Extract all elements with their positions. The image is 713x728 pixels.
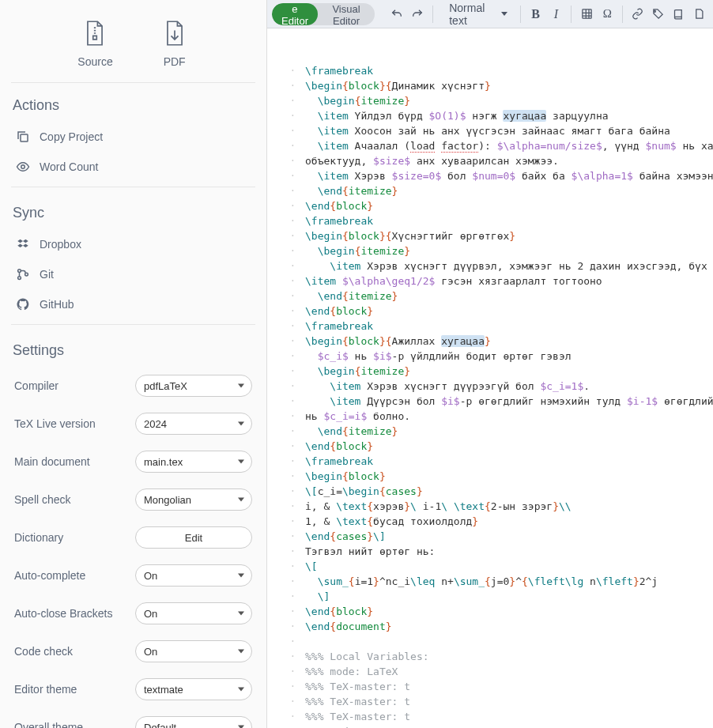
download-pdf-label: PDF xyxy=(160,55,189,68)
dictionary-label: Dictionary xyxy=(14,531,135,544)
codecheck-label: Code check xyxy=(14,645,135,658)
table-icon xyxy=(581,8,593,20)
setting-codecheck: Code check On xyxy=(11,632,255,670)
visual-editor-tab[interactable]: Visual Editor xyxy=(318,3,375,25)
copy-project-button[interactable]: Copy Project xyxy=(11,122,255,152)
file-icon xyxy=(693,8,705,20)
setting-autocomplete: Auto-complete On xyxy=(11,556,255,594)
svg-point-4 xyxy=(25,273,28,276)
more-button[interactable] xyxy=(691,3,708,25)
editor-theme-label: Editor theme xyxy=(14,683,135,696)
sync-dropbox-button[interactable]: Dropbox xyxy=(11,229,255,259)
table-button[interactable] xyxy=(578,3,595,25)
sync-github-label: GitHub xyxy=(40,298,74,311)
sync-header: Sync xyxy=(11,190,255,229)
setting-compiler: Compiler pdfLaTeX xyxy=(11,367,255,405)
toolbar-separator xyxy=(432,6,433,23)
overall-theme-label: Overall theme xyxy=(14,721,135,728)
zip-file-icon xyxy=(81,19,109,47)
setting-main-doc: Main document main.tex xyxy=(11,443,255,481)
download-source-button[interactable]: Source xyxy=(77,19,112,68)
autoclose-select[interactable]: On xyxy=(135,602,252,624)
eye-icon xyxy=(16,160,30,174)
setting-editor-theme: Editor theme textmate xyxy=(11,670,255,708)
redo-button[interactable] xyxy=(409,3,426,25)
autocomplete-label: Auto-complete xyxy=(14,569,135,582)
codecheck-select[interactable]: On xyxy=(135,640,252,662)
svg-point-3 xyxy=(18,277,21,280)
toolbar-separator xyxy=(520,6,521,23)
undo-button[interactable] xyxy=(388,3,406,25)
setting-dictionary: Dictionary Edit xyxy=(11,519,255,556)
left-sidebar: Source PDF Actions Copy Project Word Cou… xyxy=(0,0,267,728)
sync-git-button[interactable]: Git xyxy=(11,259,255,289)
link-icon xyxy=(632,8,643,20)
italic-button[interactable]: I xyxy=(547,3,564,25)
tag-button[interactable] xyxy=(650,3,667,25)
download-row: Source PDF xyxy=(11,0,255,83)
divider xyxy=(11,324,255,325)
setting-autoclose: Auto-close Brackets On xyxy=(11,594,255,632)
editor-theme-select[interactable]: textmate xyxy=(135,678,252,700)
download-pdf-button[interactable]: PDF xyxy=(160,19,189,68)
copy-project-label: Copy Project xyxy=(40,130,103,143)
github-icon xyxy=(16,297,30,311)
sync-dropbox-label: Dropbox xyxy=(40,238,81,251)
code-editor-tab[interactable]: e Editor xyxy=(272,3,318,25)
symbol-button[interactable]: Ω xyxy=(598,3,616,25)
spell-check-label: Spell check xyxy=(14,493,135,506)
tex-live-label: TeX Live version xyxy=(14,417,135,430)
dictionary-edit-button[interactable]: Edit xyxy=(135,526,252,549)
main-doc-label: Main document xyxy=(14,455,135,468)
dropbox-icon xyxy=(16,237,30,251)
tag-icon xyxy=(652,8,664,20)
actions-header: Actions xyxy=(11,83,255,122)
editor-toolbar: e Editor Visual Editor Normal text B I Ω xyxy=(267,0,713,28)
heading-dropdown-label: Normal text xyxy=(449,2,490,27)
svg-rect-5 xyxy=(583,9,591,18)
undo-icon xyxy=(390,8,403,21)
autoclose-label: Auto-close Brackets xyxy=(14,607,135,620)
book-button[interactable] xyxy=(670,3,688,25)
code-content[interactable]: \framebreak\begin{block}{Динамик хүснэгт… xyxy=(302,58,713,728)
main-doc-select[interactable]: main.tex xyxy=(135,451,252,473)
tex-live-select[interactable]: 2024 xyxy=(135,413,252,435)
chevron-down-icon xyxy=(501,12,507,16)
svg-rect-0 xyxy=(21,134,28,141)
autocomplete-select[interactable]: On xyxy=(135,564,252,587)
line-number-gutter xyxy=(267,58,302,728)
link-button[interactable] xyxy=(629,3,647,25)
word-count-button[interactable]: Word Count xyxy=(11,152,255,182)
setting-spell-check: Spell check Mongolian xyxy=(11,481,255,519)
heading-dropdown[interactable]: Normal text xyxy=(439,3,514,25)
book-icon xyxy=(673,8,685,20)
divider xyxy=(11,187,255,187)
svg-point-1 xyxy=(21,165,25,169)
download-source-label: Source xyxy=(77,55,112,68)
sync-github-button[interactable]: GitHub xyxy=(11,289,255,319)
editor-panel: e Editor Visual Editor Normal text B I Ω xyxy=(267,0,713,728)
toolbar-separator xyxy=(571,6,572,23)
word-count-label: Word Count xyxy=(40,160,98,173)
sync-git-label: Git xyxy=(40,268,54,281)
sync-list: Dropbox Git GitHub xyxy=(11,229,255,319)
compiler-label: Compiler xyxy=(14,379,135,392)
code-editor[interactable]: \framebreak\begin{block}{Динамик хүснэгт… xyxy=(267,28,713,728)
overall-theme-select[interactable]: Default xyxy=(135,716,252,728)
toolbar-separator xyxy=(622,6,623,23)
spell-check-select[interactable]: Mongolian xyxy=(135,488,252,511)
setting-overall-theme: Overall theme Default xyxy=(11,708,255,728)
actions-list: Copy Project Word Count xyxy=(11,122,255,182)
pdf-file-icon xyxy=(160,19,189,47)
settings-header: Settings xyxy=(11,328,255,367)
bold-button[interactable]: B xyxy=(526,3,544,25)
editor-mode-toggle: e Editor Visual Editor xyxy=(272,3,375,25)
redo-icon xyxy=(411,8,424,21)
setting-tex-live: TeX Live version 2024 xyxy=(11,405,255,443)
git-icon xyxy=(16,267,30,281)
copy-icon xyxy=(16,130,30,144)
compiler-select[interactable]: pdfLaTeX xyxy=(135,375,252,397)
svg-point-2 xyxy=(18,270,21,273)
